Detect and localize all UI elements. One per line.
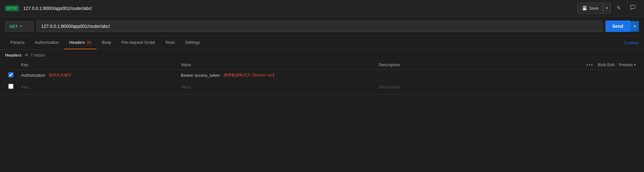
col-header-actions: ••• Bulk Edit Presets ▾ (569, 60, 639, 70)
row-2-actions-cell (569, 81, 639, 93)
url-input[interactable] (36, 20, 603, 32)
tabs-bar: Params Authorization Headers (8) Body Pr… (0, 36, 644, 50)
row-1-key-hint: 请求头关键字 (49, 73, 72, 78)
row-1-desc-cell (376, 70, 569, 81)
eye-icon: 👁 (25, 53, 29, 58)
method-chevron-icon: ▾ (20, 24, 22, 28)
tab-params[interactable]: Params (5, 36, 30, 49)
row-2-checkbox[interactable] (8, 84, 13, 89)
headers-table: Key Value Description ••• Bulk Edit Pres… (5, 60, 639, 92)
table-row: Authorization 请求头关键字 Bearer access_token… (5, 70, 639, 81)
http-badge: HTTP (5, 5, 19, 11)
col-header-value: Value (178, 60, 376, 70)
hidden-badge: 👁 7 hidden (25, 53, 45, 58)
edit-button[interactable]: ✎ (613, 3, 624, 13)
row-1-value-cell: Bearer access_token 携带数据格式为【Bearer xxx】 (178, 70, 376, 81)
row-1-key-cell: Authorization 请求头关键字 (18, 70, 178, 81)
tab-settings[interactable]: Settings (180, 36, 205, 49)
url-bar: GET ▾ Send ▾ (0, 17, 644, 36)
bulk-edit-button[interactable]: Bulk Edit (598, 63, 615, 67)
hidden-count: 7 hidden (30, 53, 45, 58)
send-chevron-button[interactable]: ▾ (630, 21, 639, 32)
presets-chevron-icon: ▾ (634, 63, 636, 67)
cookies-link[interactable]: Cookies (624, 36, 639, 49)
save-chevron-button[interactable]: ▾ (603, 4, 610, 12)
row-2-value-cell: Value (178, 81, 376, 93)
col-header-key: Key (18, 60, 178, 70)
save-button[interactable]: 💾 Save (578, 4, 603, 13)
top-url: 127.0.0.1:8000/app001/router/abc/ (23, 6, 578, 11)
tab-tests[interactable]: Tests (160, 36, 180, 49)
row-2-desc-cell: Description (376, 81, 569, 93)
method-label: GET (9, 24, 18, 29)
comment-button[interactable] (627, 3, 639, 14)
tab-headers[interactable]: Headers (8) (64, 36, 97, 49)
tab-body[interactable]: Body (97, 36, 116, 49)
row-1-checkbox[interactable] (8, 72, 13, 77)
more-button[interactable]: ••• (586, 62, 594, 67)
table-row: Key Value Description (5, 81, 639, 93)
row-2-key[interactable]: Key (21, 84, 28, 89)
row-1-key[interactable]: Authorization (21, 73, 45, 78)
save-button-group: 💾 Save ▾ (577, 3, 611, 14)
row-2-description[interactable]: Description (379, 84, 400, 89)
headers-section: Headers 👁 7 hidden Key Value Description… (0, 50, 644, 95)
send-button-group: Send ▾ (605, 20, 639, 32)
row-1-actions-cell (569, 70, 639, 81)
save-icon: 💾 (582, 6, 587, 11)
top-bar: HTTP 127.0.0.1:8000/app001/router/abc/ 💾… (0, 0, 644, 17)
tab-authorization[interactable]: Authorization (30, 36, 64, 49)
row-2-value[interactable]: Value (181, 84, 191, 89)
tab-pre-request-script[interactable]: Pre-request Script (116, 36, 160, 49)
col-header-description: Description (376, 60, 569, 70)
row-1-checkbox-cell (5, 70, 18, 81)
send-button[interactable]: Send (605, 20, 630, 32)
row-1-value-hint: 携带数据格式为【Bearer xxx】 (224, 73, 276, 78)
table-actions: ••• Bulk Edit Presets ▾ (572, 62, 636, 67)
row-2-checkbox-cell (5, 81, 18, 93)
headers-label-row: Headers 👁 7 hidden (5, 53, 639, 58)
method-selector[interactable]: GET ▾ (5, 21, 34, 32)
row-1-value[interactable]: Bearer access_token (181, 73, 220, 78)
row-2-key-cell: Key (18, 81, 178, 93)
top-actions: 💾 Save ▾ ✎ (577, 3, 639, 14)
col-header-checkbox (5, 60, 18, 70)
presets-button[interactable]: Presets ▾ (619, 63, 636, 67)
headers-label: Headers (5, 53, 21, 58)
